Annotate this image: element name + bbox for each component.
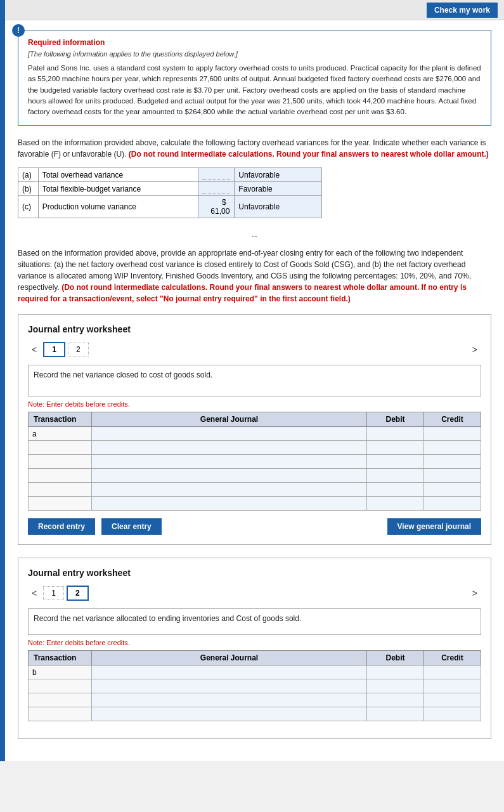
j2-row3-debit[interactable] (367, 693, 424, 707)
j1-row2-credit[interactable] (424, 441, 481, 455)
j2-row1-journal[interactable] (92, 665, 367, 679)
row-c-amount-input[interactable] (210, 207, 230, 216)
j2-row3-credit[interactable] (424, 693, 481, 707)
j1-row3-journal[interactable] (92, 455, 367, 469)
j2-row3-journal-input[interactable] (96, 696, 363, 705)
j2-row3-debit-input[interactable] (371, 696, 420, 705)
j1-row3-trans (29, 455, 92, 469)
table-row (29, 497, 481, 511)
j1-row6-credit[interactable] (424, 497, 481, 511)
row-c-favorable-input[interactable] (238, 202, 318, 211)
second-instruction: Based on the information provided above,… (18, 247, 491, 304)
journal2-tab-2[interactable]: 2 (67, 586, 89, 601)
table-row (29, 483, 481, 497)
j2-row2-debit-input[interactable] (371, 682, 420, 691)
row-c-favorable[interactable] (235, 196, 322, 218)
j1-row1-credit[interactable] (424, 427, 481, 441)
j2-row3-journal[interactable] (92, 693, 367, 707)
j1-row4-credit-input[interactable] (428, 471, 477, 480)
j2-row1-credit[interactable] (424, 665, 481, 679)
row-a-favorable[interactable] (235, 168, 322, 182)
row-a-amount[interactable] (198, 168, 235, 182)
j1-row5-credit-input[interactable] (428, 485, 477, 494)
j2-row3-credit-input[interactable] (428, 696, 477, 705)
j2-row2-journal-input[interactable] (96, 682, 363, 691)
j2-row1-journal-input[interactable] (96, 668, 363, 677)
j1-row4-journal[interactable] (92, 469, 367, 483)
variance-table: (a) Total overhead variance (b) Total fl… (18, 167, 322, 218)
row-b-favorable-input[interactable] (238, 185, 318, 193)
j1-row5-debit[interactable] (367, 483, 424, 497)
j2-row4-journal[interactable] (92, 707, 367, 721)
j1-row5-debit-input[interactable] (371, 485, 420, 494)
j1-row6-journal-input[interactable] (96, 499, 363, 508)
j1-row3-debit[interactable] (367, 455, 424, 469)
table-row (29, 693, 481, 707)
journal2-tab-1[interactable]: 1 (43, 586, 64, 600)
clear-entry-button-1[interactable]: Clear entry (101, 518, 162, 535)
j2-row1-debit-input[interactable] (371, 668, 420, 677)
j1-row2-debit-input[interactable] (371, 443, 420, 452)
j2-row2-credit[interactable] (424, 679, 481, 693)
j1-row4-debit[interactable] (367, 469, 424, 483)
info-icon: ! (12, 24, 25, 37)
row-a-amount-input[interactable] (202, 170, 230, 180)
j1-row6-journal[interactable] (92, 497, 367, 511)
j1-row2-debit[interactable] (367, 441, 424, 455)
j2-row4-debit[interactable] (367, 707, 424, 721)
j1-row6-debit[interactable] (367, 497, 424, 511)
j2-row4-journal-input[interactable] (96, 710, 363, 719)
j1-row3-journal-input[interactable] (96, 457, 363, 466)
journal1-prev-arrow[interactable]: < (28, 343, 41, 356)
j2-row1-credit-input[interactable] (428, 668, 477, 677)
j1-row3-credit-input[interactable] (428, 457, 477, 466)
journal1-instruction-box: Record the net variance closed to cost o… (28, 365, 481, 396)
check-my-work-button[interactable]: Check my work (427, 3, 498, 18)
second-bold-instruction: (Do not round intermediate calculations.… (18, 283, 467, 303)
j1-row1-debit[interactable] (367, 427, 424, 441)
separator: -- (18, 231, 491, 241)
j2-row2-credit-input[interactable] (428, 682, 477, 691)
j1-row3-credit[interactable] (424, 455, 481, 469)
j1-row1-journal-input[interactable] (96, 429, 363, 438)
j1-row1-credit-input[interactable] (428, 429, 477, 438)
row-b-amount-input[interactable] (202, 184, 230, 193)
record-entry-button-1[interactable]: Record entry (28, 518, 95, 535)
j1-row5-journal[interactable] (92, 483, 367, 497)
row-b-amount[interactable] (198, 182, 235, 196)
j1-row2-journal-input[interactable] (96, 443, 363, 452)
j1-row4-journal-input[interactable] (96, 471, 363, 480)
j1-row1-journal[interactable] (92, 427, 367, 441)
journal2-next-arrow[interactable]: > (468, 587, 481, 599)
j1-row6-debit-input[interactable] (371, 499, 420, 508)
j2-row2-journal[interactable] (92, 679, 367, 693)
journal1-tab-2[interactable]: 2 (68, 343, 89, 357)
j2-row1-trans: b (29, 665, 92, 679)
table-row (29, 679, 481, 693)
j2-row4-credit[interactable] (424, 707, 481, 721)
j2-row4-credit-input[interactable] (428, 710, 477, 719)
j1-row5-credit[interactable] (424, 483, 481, 497)
j1-row5-journal-input[interactable] (96, 485, 363, 494)
row-b-favorable[interactable] (235, 182, 322, 196)
j2-row4-debit-input[interactable] (371, 710, 420, 719)
j1-row2-credit-input[interactable] (428, 443, 477, 452)
journal1-tab-1[interactable]: 1 (43, 342, 65, 357)
row-c-amount[interactable]: $ (198, 196, 235, 218)
info-subtitle: [The following information applies to th… (28, 50, 481, 58)
j2-row1-debit[interactable] (367, 665, 424, 679)
journal1-next-arrow[interactable]: > (468, 343, 481, 356)
j1-row6-credit-input[interactable] (428, 499, 477, 508)
j2-row2-debit[interactable] (367, 679, 424, 693)
j1-row4-credit[interactable] (424, 469, 481, 483)
row-a-favorable-input[interactable] (238, 171, 318, 180)
j1-row3-debit-input[interactable] (371, 457, 420, 466)
journal2-prev-arrow[interactable]: < (28, 587, 41, 599)
j1-row1-debit-input[interactable] (371, 429, 420, 438)
view-journal-button-1[interactable]: View general journal (387, 518, 481, 535)
journal1-col-credit: Credit (424, 412, 481, 427)
journal-worksheet-2: Journal entry worksheet < 1 2 > Record t… (18, 558, 491, 739)
j1-row2-journal[interactable] (92, 441, 367, 455)
row-b-letter: (b) (18, 182, 39, 196)
j1-row4-debit-input[interactable] (371, 471, 420, 480)
